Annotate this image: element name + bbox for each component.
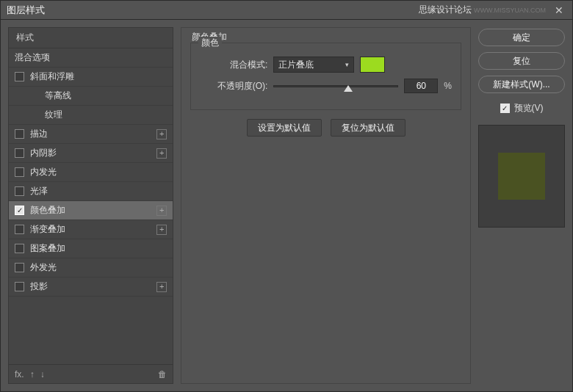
preview-toggle[interactable]: 预览(V) [478, 102, 565, 115]
blend-mode-label: 混合模式: [200, 59, 267, 71]
style-row[interactable]: 外发光 [9, 258, 173, 277]
style-checkbox[interactable] [15, 167, 24, 177]
color-swatch[interactable] [360, 57, 385, 73]
style-row[interactable]: 斜面和浮雕 [9, 68, 173, 87]
style-label: 颜色叠加 [30, 204, 156, 217]
action-panel: 确定 复位 新建样式(W)... 预览(V) [478, 27, 565, 384]
style-checkbox[interactable] [15, 244, 24, 253]
style-label: 内发光 [30, 166, 167, 178]
opacity-slider[interactable] [273, 79, 398, 93]
move-up-icon[interactable]: ↑ [30, 369, 35, 380]
style-checkbox[interactable] [15, 129, 24, 139]
style-row[interactable]: 描边+ [9, 125, 173, 144]
style-row[interactable]: 颜色叠加+ [9, 201, 173, 220]
style-label: 斜面和浮雕 [30, 70, 167, 83]
style-row[interactable]: 投影+ [9, 277, 173, 297]
dialog-title: 图层样式 [7, 4, 45, 17]
trash-icon[interactable]: 🗑 [158, 369, 167, 380]
style-row[interactable]: 等高线 [9, 87, 173, 106]
style-checkbox[interactable] [15, 206, 24, 215]
add-effect-icon[interactable]: + [156, 282, 167, 292]
style-label: 投影 [30, 280, 156, 293]
layer-style-dialog: 图层样式 思缘设计论坛 WWW.MISSYUAN.COM ✕ 样式 混合选项 斜… [0, 0, 573, 392]
group-legend: 颜色 [198, 37, 222, 49]
style-checkbox[interactable] [15, 72, 24, 81]
add-effect-icon[interactable]: + [156, 129, 167, 139]
reset-default-button[interactable]: 复位为默认值 [331, 119, 406, 137]
close-icon[interactable]: ✕ [552, 4, 566, 16]
style-row[interactable]: 内发光 [9, 163, 173, 182]
opacity-input[interactable]: 60 [404, 79, 438, 93]
styles-panel: 样式 混合选项 斜面和浮雕等高线纹理描边+内阴影+内发光光泽颜色叠加+渐变叠加+… [8, 27, 173, 384]
move-down-icon[interactable]: ↓ [40, 369, 45, 380]
style-checkbox[interactable] [15, 148, 24, 158]
percent-label: % [444, 81, 452, 91]
cancel-button[interactable]: 复位 [478, 52, 565, 70]
blending-options-row[interactable]: 混合选项 [9, 48, 173, 68]
style-label: 图案叠加 [30, 242, 167, 255]
style-label: 外发光 [30, 261, 167, 274]
preview-box [478, 125, 565, 228]
preview-checkbox[interactable] [500, 104, 510, 113]
style-row[interactable]: 图案叠加 [9, 239, 173, 258]
style-label: 描边 [30, 128, 156, 140]
fx-menu-icon[interactable]: fx. [15, 369, 24, 380]
style-row[interactable]: 渐变叠加+ [9, 220, 173, 239]
style-row[interactable]: 光泽 [9, 182, 173, 201]
style-label: 渐变叠加 [30, 223, 156, 236]
blend-mode-select[interactable]: 正片叠底 ▾ [273, 57, 354, 73]
ok-button[interactable]: 确定 [478, 29, 565, 46]
styles-footer: fx. ↑ ↓ 🗑 [9, 364, 173, 383]
style-checkbox[interactable] [15, 186, 24, 196]
style-checkbox[interactable] [15, 263, 24, 272]
watermark: 思缘设计论坛 WWW.MISSYUAN.COM [419, 4, 546, 16]
color-group: 颜色 混合模式: 正片叠底 ▾ 不透明度(O): 60 [190, 43, 461, 110]
set-default-button[interactable]: 设置为默认值 [247, 119, 322, 137]
styles-header: 样式 [9, 28, 173, 48]
slider-thumb[interactable] [344, 85, 353, 92]
titlebar: 图层样式 思缘设计论坛 WWW.MISSYUAN.COM ✕ [1, 1, 572, 20]
settings-panel: 颜色叠加 颜色 混合模式: 正片叠底 ▾ 不透明度(O): [181, 27, 471, 384]
style-label: 纹理 [30, 109, 167, 121]
add-effect-icon[interactable]: + [156, 206, 167, 216]
style-row[interactable]: 纹理 [9, 106, 173, 125]
style-checkbox[interactable] [15, 225, 24, 234]
style-label: 等高线 [30, 90, 167, 102]
chevron-down-icon: ▾ [345, 61, 349, 68]
style-checkbox[interactable] [15, 282, 24, 291]
opacity-label: 不透明度(O): [200, 80, 267, 92]
preview-swatch [498, 153, 545, 200]
add-effect-icon[interactable]: + [156, 225, 167, 235]
add-effect-icon[interactable]: + [156, 148, 167, 159]
new-style-button[interactable]: 新建样式(W)... [478, 76, 565, 93]
style-row[interactable]: 内阴影+ [9, 144, 173, 163]
style-label: 光泽 [30, 185, 167, 197]
style-label: 内阴影 [30, 147, 156, 159]
